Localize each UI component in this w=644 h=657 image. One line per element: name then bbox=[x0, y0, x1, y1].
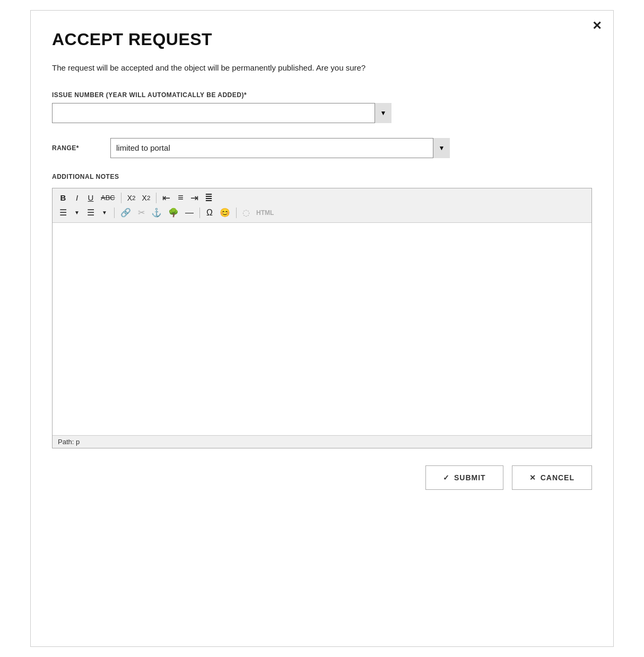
dialog-description: The request will be accepted and the obj… bbox=[52, 62, 592, 74]
unordered-list-button[interactable]: ☰ bbox=[57, 206, 69, 219]
omega-button[interactable]: Ω bbox=[203, 206, 216, 219]
toolbar-separator-4 bbox=[199, 208, 200, 218]
ordered-list-dropdown[interactable]: ▼ bbox=[98, 206, 111, 219]
image-button[interactable]: 🌳 bbox=[166, 206, 181, 219]
hr-button[interactable]: — bbox=[182, 206, 196, 219]
submit-icon: ✓ bbox=[443, 473, 450, 482]
range-select-wrapper: limited to portal public restricted ▼ bbox=[110, 138, 450, 158]
accept-request-dialog: ✕ ACCEPT REQUEST The request will be acc… bbox=[30, 10, 614, 647]
cancel-icon: ✕ bbox=[529, 473, 536, 482]
underline-button[interactable]: U bbox=[84, 192, 97, 204]
dialog-title: ACCEPT REQUEST bbox=[52, 30, 592, 49]
bold-button[interactable]: B bbox=[57, 192, 69, 204]
range-select[interactable]: limited to portal public restricted bbox=[110, 138, 450, 158]
unordered-list-dropdown[interactable]: ▼ bbox=[71, 206, 83, 219]
anchor-button[interactable]: ⚓ bbox=[149, 206, 164, 219]
editor-statusbar: Path: p bbox=[53, 435, 591, 448]
additional-notes-label: ADDITIONAL NOTES bbox=[52, 173, 592, 180]
italic-button[interactable]: I bbox=[71, 192, 83, 204]
rich-text-editor: B I U ABC X2 X2 ⇤ ≡ ⇥ ≣ ☰ ▼ ☰ ▼ 🔗 ✂ bbox=[52, 188, 592, 448]
range-field: RANGE* limited to portal public restrict… bbox=[52, 138, 592, 158]
toolbar-separator-3 bbox=[114, 208, 115, 218]
submit-button[interactable]: ✓ SUBMIT bbox=[425, 465, 503, 490]
superscript-button[interactable]: X2 bbox=[140, 192, 153, 204]
cancel-label: CANCEL bbox=[541, 473, 575, 482]
submit-label: SUBMIT bbox=[454, 473, 486, 482]
align-center-button[interactable]: ≡ bbox=[174, 192, 187, 204]
smiley-button[interactable]: 😊 bbox=[217, 206, 233, 219]
ordered-list-button[interactable]: ☰ bbox=[84, 206, 97, 219]
strikethrough-button[interactable]: ABC bbox=[98, 192, 118, 204]
dialog-footer: ✓ SUBMIT ✕ CANCEL bbox=[52, 465, 592, 490]
close-button[interactable]: ✕ bbox=[592, 20, 602, 32]
subscript-button[interactable]: X2 bbox=[125, 192, 138, 204]
toolbar-row-1: B I U ABC X2 X2 ⇤ ≡ ⇥ ≣ bbox=[57, 192, 587, 204]
erase-button[interactable]: ◌ bbox=[240, 206, 253, 219]
align-justify-button[interactable]: ≣ bbox=[202, 192, 215, 204]
range-label: RANGE* bbox=[52, 144, 100, 152]
link-button[interactable]: 🔗 bbox=[118, 206, 134, 219]
toolbar-separator-1 bbox=[121, 193, 121, 203]
toolbar-separator-2 bbox=[156, 193, 156, 203]
issue-number-select-wrapper: ▼ bbox=[52, 103, 391, 123]
editor-content-area[interactable] bbox=[53, 223, 591, 435]
issue-number-label: ISSUE NUMBER (YEAR WILL AUTOMATICALLY BE… bbox=[52, 91, 592, 99]
toolbar-separator-5 bbox=[236, 208, 237, 218]
html-button[interactable]: HTML bbox=[254, 206, 276, 219]
editor-toolbar: B I U ABC X2 X2 ⇤ ≡ ⇥ ≣ ☰ ▼ ☰ ▼ 🔗 ✂ bbox=[53, 188, 591, 223]
issue-number-select[interactable] bbox=[52, 103, 391, 123]
unlink-button[interactable]: ✂ bbox=[135, 206, 147, 219]
cancel-button[interactable]: ✕ CANCEL bbox=[512, 465, 592, 490]
align-right-button[interactable]: ⇥ bbox=[188, 192, 201, 204]
toolbar-row-2: ☰ ▼ ☰ ▼ 🔗 ✂ ⚓ 🌳 — Ω 😊 ◌ HTML bbox=[57, 206, 587, 219]
issue-number-field: ISSUE NUMBER (YEAR WILL AUTOMATICALLY BE… bbox=[52, 91, 592, 123]
align-left-button[interactable]: ⇤ bbox=[160, 192, 173, 204]
